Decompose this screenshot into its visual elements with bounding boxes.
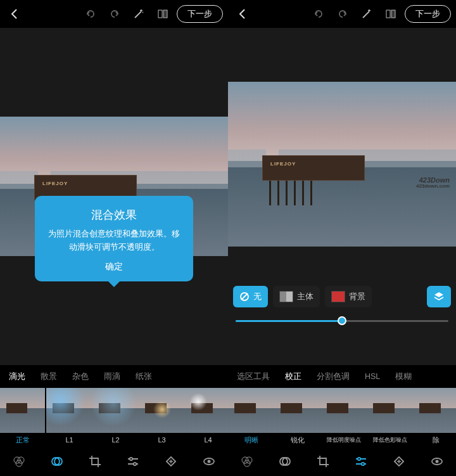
magic-wand-button[interactable] xyxy=(357,4,377,24)
right-screen: 下一步 LIFEJOY 423Down 423down.com 无 xyxy=(228,0,456,476)
tooltip-title: 混合效果 xyxy=(46,207,182,222)
top-toolbar: 下一步 xyxy=(228,0,456,28)
category-tab[interactable]: 选区工具 xyxy=(229,371,277,382)
svg-point-25 xyxy=(436,460,439,463)
mask-background-chip[interactable]: 背景 xyxy=(325,286,372,307)
mask-subject-label: 主体 xyxy=(297,291,314,302)
preset-label: L2 xyxy=(92,433,139,447)
photo-preview: LIFEJOY 423Down 423down.com xyxy=(228,82,456,247)
category-tab[interactable]: HSL xyxy=(357,372,388,381)
view-tab-icon[interactable] xyxy=(202,454,216,468)
preset-thumb[interactable]: 明晰 xyxy=(228,388,274,447)
category-tab[interactable]: 杂色 xyxy=(65,371,96,382)
opacity-slider[interactable] xyxy=(236,312,448,330)
preset-label: 降低色彩噪点 xyxy=(367,433,413,447)
category-tab[interactable]: 模糊 xyxy=(388,371,419,382)
category-tab[interactable]: 纸张 xyxy=(128,371,160,382)
preset-label: L4 xyxy=(185,433,228,447)
preset-thumb[interactable]: 降低色彩噪点 xyxy=(367,388,413,447)
svg-point-7 xyxy=(130,458,132,460)
svg-point-11 xyxy=(208,460,211,463)
preset-thumb[interactable]: L1 xyxy=(46,388,92,447)
view-tab-icon[interactable] xyxy=(430,454,444,468)
category-tab[interactable]: 滴光 xyxy=(1,371,33,382)
crop-tab-icon[interactable] xyxy=(316,454,330,468)
adjust-tab-icon[interactable] xyxy=(126,454,140,468)
photo-sign-text: LIFEJOY xyxy=(42,181,68,186)
bottom-nav xyxy=(228,447,456,476)
blend-tab-icon[interactable] xyxy=(50,454,64,468)
mask-background-label: 背景 xyxy=(349,291,365,302)
next-button[interactable]: 下一步 xyxy=(405,5,451,23)
preset-label: 除 xyxy=(413,433,456,447)
undo-button[interactable] xyxy=(80,4,101,24)
preset-label: L1 xyxy=(46,433,92,447)
filters-tab-icon[interactable] xyxy=(240,454,254,468)
svg-rect-0 xyxy=(158,10,162,18)
tooltip-body: 为照片混合创意纹理和叠加效果。移动滑块可调节不透明度。 xyxy=(46,228,182,255)
watermark: 423Down 423down.com xyxy=(416,177,450,189)
svg-point-8 xyxy=(134,463,136,465)
undo-button[interactable] xyxy=(308,4,329,24)
preset-thumb[interactable]: 正常 xyxy=(0,388,46,447)
preset-thumb[interactable]: 锐化 xyxy=(274,388,320,447)
preset-label: 锐化 xyxy=(274,433,320,447)
svg-line-15 xyxy=(241,293,248,300)
category-tab[interactable]: 散景 xyxy=(33,371,65,382)
blend-tab-icon[interactable] xyxy=(278,454,292,468)
category-row: 滴光 散景 杂色 雨滴 纸张 xyxy=(0,365,228,388)
left-screen: 下一步 LIFEJOY 混合效果 为照片混合创意纹理和叠加效果。移动滑块可调节不… xyxy=(0,0,228,476)
preset-thumb-row: 明晰 锐化 降低明度噪点 降低色彩噪点 除 xyxy=(228,388,456,447)
top-toolbar: 下一步 xyxy=(0,0,228,28)
svg-rect-1 xyxy=(163,10,167,18)
preset-label: 正常 xyxy=(0,433,45,447)
canvas[interactable]: LIFEJOY 混合效果 为照片混合创意纹理和叠加效果。移动滑块可调节不透明度。… xyxy=(0,28,228,365)
preset-thumb[interactable]: 降低明度噪点 xyxy=(320,388,367,447)
magic-wand-button[interactable] xyxy=(129,4,149,24)
mask-background-thumb xyxy=(331,291,345,302)
svg-point-21 xyxy=(358,458,360,460)
filters-tab-icon[interactable] xyxy=(12,454,26,468)
mask-subject-chip[interactable]: 主体 xyxy=(273,286,320,307)
redo-button[interactable] xyxy=(104,4,125,24)
heal-tab-icon[interactable] xyxy=(164,454,178,468)
mask-none-chip[interactable]: 无 xyxy=(233,286,268,307)
redo-button[interactable] xyxy=(332,4,353,24)
category-tab[interactable]: 校正 xyxy=(277,371,309,382)
preset-thumb[interactable]: L2 xyxy=(92,388,139,447)
preset-thumb[interactable]: L3 xyxy=(139,388,185,447)
slider-fill xyxy=(236,320,342,322)
preset-label: 降低明度噪点 xyxy=(320,433,367,447)
preset-label: L3 xyxy=(139,433,185,447)
tooltip-confirm-button[interactable]: 确定 xyxy=(46,261,182,273)
no-selection-icon xyxy=(239,292,250,302)
preset-label: 明晰 xyxy=(228,433,274,447)
mask-selector-bar: 无 主体 背景 xyxy=(233,284,451,309)
svg-point-22 xyxy=(362,463,364,465)
adjust-tab-icon[interactable] xyxy=(354,454,368,468)
slider-thumb[interactable] xyxy=(338,316,346,325)
compare-button[interactable] xyxy=(153,4,173,24)
compare-button[interactable] xyxy=(381,4,401,24)
category-tab[interactable]: 雨滴 xyxy=(96,371,128,382)
crop-tab-icon[interactable] xyxy=(88,454,102,468)
preset-thumb[interactable]: 除 xyxy=(413,388,456,447)
layers-button[interactable] xyxy=(427,286,451,307)
back-button[interactable] xyxy=(5,4,25,24)
mask-subject-thumb xyxy=(279,291,293,302)
next-button[interactable]: 下一步 xyxy=(177,5,223,23)
layers-icon xyxy=(433,290,445,303)
category-tab[interactable]: 分割色调 xyxy=(309,371,357,382)
mask-none-label: 无 xyxy=(253,291,262,302)
category-row: 选区工具 校正 分割色调 HSL 模糊 xyxy=(228,365,456,388)
heal-tab-icon[interactable] xyxy=(392,454,406,468)
canvas[interactable]: LIFEJOY 423Down 423down.com 无 主体 xyxy=(228,28,456,365)
svg-rect-12 xyxy=(386,10,390,18)
bottom-nav xyxy=(0,447,228,476)
watermark-line2: 423down.com xyxy=(416,184,450,189)
preset-thumb[interactable]: L4 xyxy=(185,388,228,447)
back-button[interactable] xyxy=(233,4,253,24)
hint-tooltip: 混合效果 为照片混合创意纹理和叠加效果。移动滑块可调节不透明度。 确定 xyxy=(35,196,193,281)
svg-rect-13 xyxy=(391,10,395,18)
photo-sign-text: LIFEJOY xyxy=(270,161,296,167)
